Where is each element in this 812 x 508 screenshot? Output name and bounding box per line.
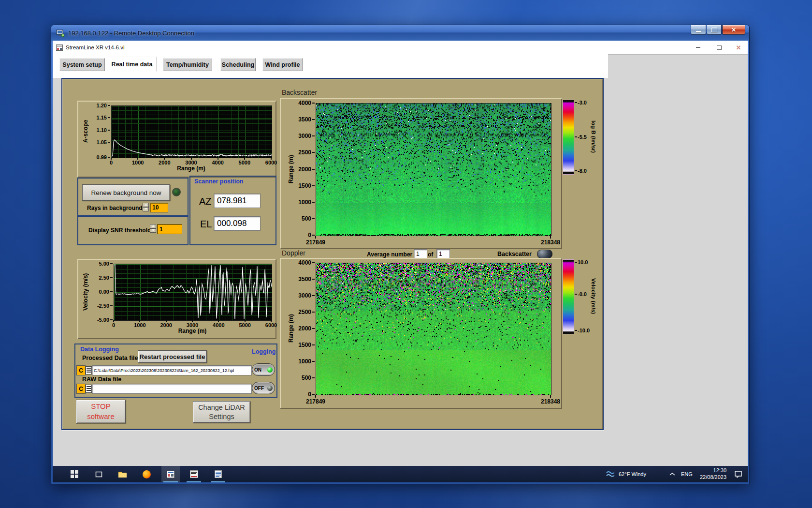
app-titlebar[interactable]: StreamLine XR v14-6.vi ✕ bbox=[53, 41, 748, 55]
a-scope-chart: A-scope Range (m) 1.201.151.101.050.9901… bbox=[77, 101, 276, 178]
tick-label: -0.0 bbox=[578, 291, 587, 297]
tick-label: 6000 bbox=[265, 160, 277, 165]
date-text: 22/08/2023 bbox=[700, 474, 726, 481]
change-lidar-settings-button[interactable]: Change LiDARSettings bbox=[193, 401, 250, 423]
tab-system-setup[interactable]: System setup bbox=[59, 58, 105, 71]
stop-software-button[interactable]: STOPsoftware bbox=[76, 400, 126, 423]
logging-label: Logging bbox=[252, 348, 276, 355]
restore-icon bbox=[717, 45, 722, 50]
velocity-y-axis-label: Velocity (m/s) bbox=[82, 264, 89, 320]
tick-mark bbox=[312, 377, 315, 378]
clock-widget[interactable]: 12:3022/08/2023 bbox=[700, 466, 726, 482]
tab-wind-profile[interactable]: Wind profile bbox=[262, 58, 303, 71]
rays-spinner[interactable] bbox=[143, 203, 149, 212]
tab-real-time-data[interactable]: Real time data bbox=[107, 57, 157, 72]
velocity-x-axis-label: Range (m) bbox=[114, 328, 271, 334]
tick-mark bbox=[312, 119, 315, 120]
tick-mark bbox=[192, 320, 193, 322]
window-close-button[interactable]: ✕ bbox=[722, 25, 745, 35]
folder-icon bbox=[118, 471, 127, 478]
tick-mark bbox=[113, 320, 114, 322]
task-view-button[interactable] bbox=[89, 466, 108, 482]
average-total-field[interactable]: 1 bbox=[436, 249, 450, 259]
tick-label: 1.10 bbox=[97, 127, 107, 133]
tick-label: 2.50 bbox=[99, 275, 109, 281]
backscatter-colorbar-label: log B (/m/sr) bbox=[591, 100, 596, 174]
raw-data-file-field[interactable] bbox=[92, 384, 252, 394]
weather-widget[interactable]: 62°F Windy bbox=[606, 466, 646, 482]
tick-mark bbox=[575, 262, 577, 263]
language-code: ENG bbox=[681, 471, 693, 477]
off-led-icon bbox=[267, 386, 273, 391]
tick-label: 0 bbox=[308, 391, 311, 398]
tick-label: 3000 bbox=[298, 133, 311, 139]
tick-label: 0 bbox=[308, 232, 311, 239]
tick-label: 3000 bbox=[185, 160, 197, 165]
tick-label: 1.05 bbox=[97, 139, 107, 145]
snr-value-field[interactable]: 1 bbox=[157, 224, 182, 234]
raw-browse-icon[interactable] bbox=[86, 385, 92, 393]
remote-desktop-icon bbox=[56, 30, 65, 37]
tick-mark bbox=[110, 277, 113, 278]
tick-mark bbox=[550, 236, 551, 239]
window-minimize-button[interactable] bbox=[691, 25, 706, 35]
app-restore-button[interactable] bbox=[712, 41, 726, 54]
snr-spinner[interactable] bbox=[150, 224, 156, 233]
elevation-value-field[interactable]: 000.098 bbox=[214, 216, 261, 231]
raw-data-file-label: RAW Data file bbox=[82, 376, 121, 383]
raw-logging-toggle-off[interactable]: OFF bbox=[252, 382, 275, 394]
remote-desktop-screen: StreamLine XR v14-6.vi ✕ System setup Re… bbox=[53, 41, 748, 482]
file-explorer-button[interactable] bbox=[113, 466, 131, 482]
azimuth-value-field[interactable]: 078.981 bbox=[214, 194, 261, 208]
tick-mark bbox=[244, 158, 245, 160]
tick-label: 2000 bbox=[160, 322, 172, 328]
spinner-down-icon[interactable] bbox=[150, 228, 156, 233]
renew-background-button[interactable]: Renew background now bbox=[82, 184, 170, 201]
running-indicator bbox=[163, 481, 178, 482]
tab-scheduling[interactable]: Scheduling bbox=[220, 58, 256, 71]
action-center-button[interactable] bbox=[734, 466, 742, 482]
firefox-button[interactable] bbox=[137, 466, 156, 482]
processed-logging-toggle-on[interactable]: ON bbox=[252, 363, 275, 376]
processed-drive-selector[interactable]: C bbox=[76, 365, 86, 375]
start-button[interactable] bbox=[65, 466, 84, 482]
rays-value-field[interactable]: 10 bbox=[150, 203, 168, 212]
restart-processed-file-button[interactable]: Restart processed file bbox=[138, 350, 207, 363]
tab-temp-humidity[interactable]: Temp/humidity bbox=[163, 58, 212, 71]
azimuth-label: AZ bbox=[199, 196, 212, 207]
spinner-up-icon[interactable] bbox=[150, 224, 156, 228]
raw-drive-selector[interactable]: C bbox=[76, 384, 86, 394]
tick-mark bbox=[312, 152, 315, 153]
tick-label: 500 bbox=[302, 374, 311, 381]
spinner-up-icon[interactable] bbox=[143, 203, 149, 207]
tick-label: -3.0 bbox=[578, 100, 587, 105]
window-maximize-button[interactable] bbox=[707, 25, 722, 35]
streamline-app-button[interactable] bbox=[161, 466, 180, 482]
tick-mark bbox=[312, 218, 315, 219]
language-indicator[interactable]: ENG bbox=[681, 466, 693, 482]
tick-mark bbox=[108, 142, 110, 143]
rdp-titlebar[interactable]: 192.168.0.122 - Remote Desktop Connectio… bbox=[51, 25, 749, 41]
tick-mark bbox=[312, 394, 315, 395]
notepad-app-button[interactable] bbox=[209, 466, 227, 482]
colorbar-gradient bbox=[563, 100, 574, 175]
processed-data-file-field[interactable]: C:\Lidar\Data\Proc\2023\202308\20230822\… bbox=[92, 365, 252, 375]
chevron-up-icon bbox=[669, 472, 675, 476]
close-icon: ✕ bbox=[736, 44, 741, 51]
data-logging-box: Data Logging Processed Data file Restart… bbox=[74, 344, 277, 398]
backscatter-doppler-toggle[interactable] bbox=[537, 250, 552, 258]
processed-browse-icon[interactable] bbox=[86, 366, 92, 374]
tick-label: 3500 bbox=[298, 116, 311, 123]
spinner-down-icon[interactable] bbox=[143, 207, 149, 211]
scan-schedule-app-button[interactable] bbox=[185, 466, 203, 482]
tick-mark bbox=[315, 236, 316, 239]
app-close-button[interactable]: ✕ bbox=[731, 41, 746, 54]
tray-expand-button[interactable] bbox=[669, 466, 675, 482]
tick-mark bbox=[575, 136, 577, 137]
tick-label: 4000 bbox=[298, 100, 311, 106]
average-number-field[interactable]: 1 bbox=[414, 249, 427, 259]
app-minimize-button[interactable] bbox=[691, 41, 705, 54]
tick-label: 218348 bbox=[541, 239, 560, 246]
tick-mark bbox=[575, 330, 577, 331]
tick-label: 217849 bbox=[306, 239, 325, 246]
